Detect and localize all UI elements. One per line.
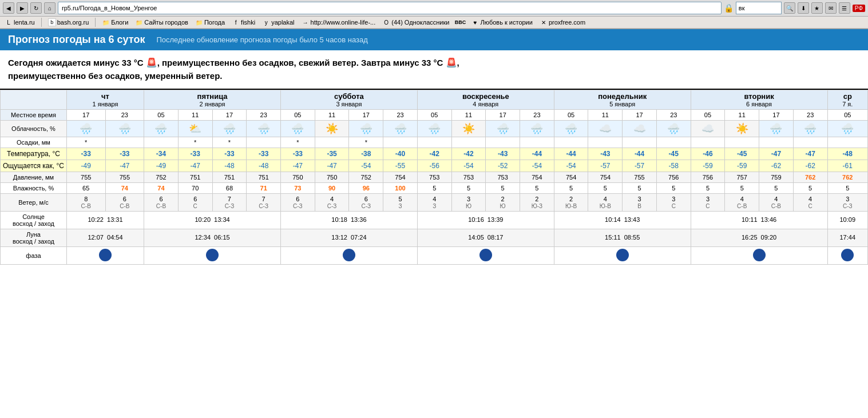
wind-dir-thu-2: С-В xyxy=(120,203,129,209)
day-sun-date: 4 января xyxy=(420,101,552,108)
wind-dir-mon-3: В xyxy=(637,203,641,209)
back-button[interactable]: ◀ xyxy=(3,2,14,14)
feels-sun-4: -54 xyxy=(520,160,554,172)
hum-mon-2: 5 xyxy=(588,182,623,193)
moon-phase-label: фаза xyxy=(1,246,67,264)
temp-sat-2: -35 xyxy=(315,148,349,160)
pres-sun-3: 753 xyxy=(486,172,520,182)
bookmark-bash[interactable]: bbash.org.ru xyxy=(46,18,91,27)
moonrise-thu: 12:07 04:54 xyxy=(66,229,144,246)
temp-mon-1: -44 xyxy=(554,148,588,160)
day-wed-name: ср xyxy=(830,92,866,101)
feels-mon-4: -58 xyxy=(656,160,691,172)
feels-mon-1: -54 xyxy=(554,160,588,172)
bookmark-ok[interactable]: O(44) Одноклассники xyxy=(381,18,451,27)
precip-fri-2: * xyxy=(178,137,212,148)
empty-header xyxy=(1,90,67,109)
cloud-sat-1: 🌧️ xyxy=(281,120,315,137)
cloud-mon-3: ☁️ xyxy=(623,120,657,137)
pres-mon-2: 754 xyxy=(588,172,623,182)
cloud-tue-4: 🌧️ xyxy=(793,120,827,137)
cloud-fri-1: 🌧️ xyxy=(144,120,179,137)
time-mon-2: 11 xyxy=(588,109,623,120)
feels-fri-1: -49 xyxy=(144,160,179,172)
pres-tue-3: 759 xyxy=(759,172,794,182)
wind-dir-mon-2: Ю-В xyxy=(600,203,611,209)
bookmark-lenta[interactable]: Llenta.ru xyxy=(3,18,37,27)
pres-sat-2: 750 xyxy=(315,172,349,182)
precip-tue-2 xyxy=(725,137,759,148)
pres-fri-3: 751 xyxy=(212,172,247,182)
wind-sat-4: 5З xyxy=(383,193,418,211)
moon-icon-wed xyxy=(841,249,854,261)
folder-icon: 📁 xyxy=(102,18,110,26)
bookmark-blogi[interactable]: 📁Блоги xyxy=(100,18,130,27)
day-mon: понедельник 5 января xyxy=(554,90,691,109)
download-button[interactable]: ⬇ xyxy=(798,2,809,14)
bookmarks-button[interactable]: ★ xyxy=(811,2,823,14)
temp-sun-1: -42 xyxy=(417,148,451,160)
day-thu-date: 1 января xyxy=(69,101,141,108)
time-thu-1: 17 xyxy=(66,109,105,120)
cloud-tue-2: ☀️ xyxy=(725,120,759,137)
hum-tue-4: 5 xyxy=(793,182,827,193)
time-sat-3: 17 xyxy=(349,109,383,120)
bookmark-cities[interactable]: 📁Сайты городов xyxy=(133,18,190,27)
bookmark-history[interactable]: ♥Любовь к истории xyxy=(469,18,534,27)
temp-fri-1: -34 xyxy=(144,148,179,160)
day-fri: пятница 2 января xyxy=(144,90,281,109)
search-input[interactable] xyxy=(736,2,782,14)
precip-wed-1 xyxy=(827,137,868,148)
time-tue-3: 17 xyxy=(759,109,794,120)
hum-wed-1: 5 xyxy=(827,182,868,193)
feels-sat-3: -54 xyxy=(349,160,383,172)
moonrise-fri: 12:34 06:15 xyxy=(144,229,281,246)
wind-thu-1: 8С-В xyxy=(66,193,105,211)
moon-icon-fri xyxy=(206,249,219,261)
temp-label: Температура, °С xyxy=(1,148,67,160)
pres-thu-2: 755 xyxy=(105,172,144,182)
bookmark-online[interactable]: →http://www.online-life-... xyxy=(300,18,378,27)
bookmark-proxfree[interactable]: ✕proxfree.com xyxy=(538,18,587,27)
menu-button[interactable]: ☰ xyxy=(839,2,850,14)
wind-fri-3: 7С-З xyxy=(212,193,247,211)
hum-fri-2: 70 xyxy=(178,182,212,193)
cloud-sat-4: 🌧️ xyxy=(383,120,418,137)
alert-icon-2: 🚨 xyxy=(446,58,457,67)
wind-label: Ветер, м/с xyxy=(1,193,67,211)
search-button[interactable]: 🔍 xyxy=(784,2,795,14)
cloud-fri-4: 🌧️ xyxy=(247,120,281,137)
bookmark-weather[interactable]: 📁Погода xyxy=(193,18,227,27)
temp-mon-3: -44 xyxy=(623,148,657,160)
feels-fri-2: -47 xyxy=(178,160,212,172)
bbc-icon: BBC xyxy=(456,18,464,26)
precip-thu-2 xyxy=(105,137,144,148)
weather-table-wrapper: чт 1 января пятница 2 января суббота 3 я… xyxy=(0,90,868,265)
day-sat: суббота 3 января xyxy=(281,90,418,109)
precip-fri-3: * xyxy=(212,137,247,148)
moonrise-wed: 17:44 xyxy=(827,229,868,246)
precip-sun-3 xyxy=(486,137,520,148)
arrow-icon: → xyxy=(302,18,310,26)
wind-row: Ветер, м/с 8С-В 6С-В 6С-В 6С 7С-З 7С-З 6… xyxy=(1,193,868,211)
wind-wed-1: 3С-З xyxy=(827,193,868,211)
wind-sat-2: 4С-З xyxy=(315,193,349,211)
precip-sun-1 xyxy=(417,137,451,148)
time-mon-1: 05 xyxy=(554,109,588,120)
pres-mon-3: 755 xyxy=(623,172,657,182)
reload-button[interactable]: ↻ xyxy=(30,2,42,14)
bookmark-bbc[interactable]: BBC xyxy=(454,18,466,27)
day-tue: вторник 6 января xyxy=(691,90,827,109)
bookmark-fishki[interactable]: ffishki xyxy=(230,18,257,27)
bookmark-yaplakal[interactable]: yyaplakal xyxy=(260,18,296,27)
home-button[interactable]: ⌂ xyxy=(44,2,56,14)
feels-mon-3: -57 xyxy=(623,160,657,172)
wind-dir-sat-1: С-З xyxy=(293,203,303,209)
precip-tue-3 xyxy=(759,137,794,148)
sunrise-fri: 10:20 13:34 xyxy=(144,211,281,229)
wind-dir-sat-2: С-З xyxy=(327,203,337,209)
address-bar[interactable] xyxy=(58,2,722,14)
temp-sun-2: -42 xyxy=(451,148,486,160)
mail-button[interactable]: ✉ xyxy=(825,2,837,14)
forward-button[interactable]: ▶ xyxy=(17,2,28,14)
